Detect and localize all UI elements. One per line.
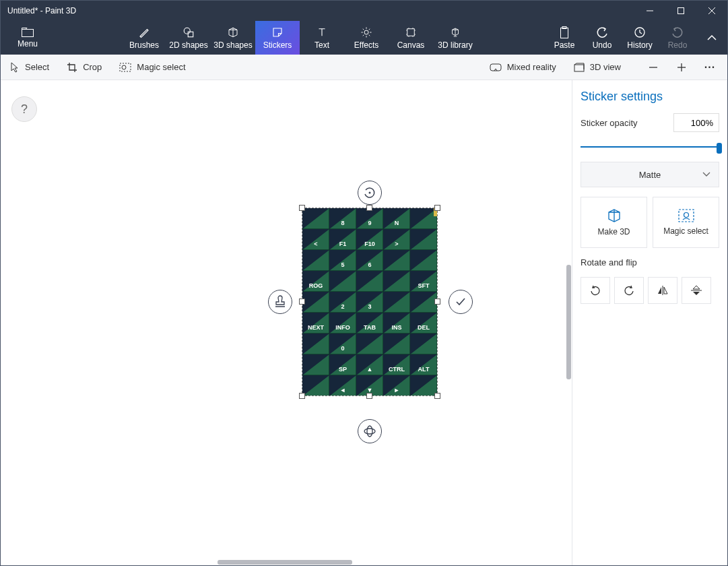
- flip-vertical-button[interactable]: [682, 277, 711, 304]
- crop-icon: [67, 62, 77, 73]
- 3d-view-button[interactable]: 3D view: [574, 62, 621, 72]
- shapes3d-icon: [227, 26, 239, 38]
- side-panel-title: Sticker settings: [581, 90, 719, 104]
- collapse-ribbon-button[interactable]: [696, 21, 727, 55]
- help-icon: ?: [21, 102, 28, 117]
- magic-select-label: Magic select: [137, 62, 185, 72]
- commit-button[interactable]: [449, 290, 473, 314]
- scrollbar-horizontal[interactable]: [1, 559, 572, 565]
- svg-rect-22: [490, 64, 501, 71]
- check-icon: [455, 296, 467, 308]
- tab-effects[interactable]: Effects: [344, 21, 389, 55]
- select-label: Select: [25, 62, 49, 72]
- flip-horizontal-button[interactable]: [648, 277, 677, 304]
- canvas-area[interactable]: ? 89N<F1F10>56ROGSFT23NEXTINFOTABINSDEL0…: [1, 80, 572, 565]
- scrollbar-thumb[interactable]: [218, 560, 352, 565]
- help-button[interactable]: ?: [11, 96, 37, 122]
- svg-rect-6: [188, 32, 193, 37]
- tab-text[interactable]: Text: [300, 21, 344, 55]
- close-button[interactable]: [696, 1, 727, 21]
- zoom-in-button[interactable]: [673, 59, 690, 75]
- magic-select-tool[interactable]: Magic select: [119, 62, 185, 72]
- resize-handle-bl[interactable]: [299, 393, 305, 399]
- paste-button[interactable]: Paste: [545, 21, 583, 55]
- rotate-cw-icon: [623, 284, 635, 296]
- undo-button[interactable]: Undo: [583, 21, 621, 55]
- select-tool[interactable]: Select: [10, 62, 49, 73]
- chevron-up-icon: [707, 34, 717, 41]
- resize-handle-tl[interactable]: [299, 205, 305, 211]
- mixed-reality-label: Mixed reality: [507, 62, 556, 72]
- magic-select-label: Magic select: [663, 226, 708, 236]
- resize-handle-tr[interactable]: [434, 205, 440, 211]
- sub-ribbon: Select Crop Magic select Mixed reality 3…: [1, 55, 727, 80]
- material-dropdown[interactable]: Matte: [581, 162, 719, 187]
- tab-2d-shapes[interactable]: 2D shapes: [166, 21, 211, 55]
- tab-label: 3D shapes: [213, 40, 252, 50]
- opacity-input[interactable]: [673, 113, 719, 132]
- undo-icon: [596, 26, 608, 38]
- rotate-3d-button[interactable]: [358, 419, 382, 443]
- scrollbar-thumb[interactable]: [566, 265, 571, 379]
- maximize-button[interactable]: [665, 1, 696, 21]
- brush-icon: [138, 26, 150, 38]
- tab-stickers[interactable]: Stickers: [255, 21, 300, 55]
- zoom-out-button[interactable]: [645, 59, 661, 75]
- tab-label: Undo: [593, 40, 612, 50]
- library-icon: [449, 26, 461, 38]
- opacity-label: Sticker opacity: [581, 118, 638, 128]
- tab-label: 2D shapes: [169, 40, 207, 50]
- shapes2d-icon: [183, 26, 195, 38]
- rotate-z-button[interactable]: [358, 181, 382, 205]
- tab-label: Stickers: [263, 40, 292, 50]
- resize-handle-b[interactable]: [366, 393, 372, 399]
- stamp-button[interactable]: [268, 290, 292, 314]
- svg-point-7: [364, 30, 368, 34]
- tab-brushes[interactable]: Brushes: [122, 21, 166, 55]
- minimize-button[interactable]: [634, 1, 665, 21]
- plus-icon: [677, 63, 686, 72]
- resize-handle-l[interactable]: [299, 298, 305, 305]
- svg-point-103: [367, 426, 372, 437]
- resize-handle-t[interactable]: [366, 205, 372, 211]
- selection-box[interactable]: [302, 208, 438, 396]
- menu-button[interactable]: Menu: [1, 21, 55, 55]
- opacity-slider[interactable]: [581, 142, 719, 152]
- make-3d-button[interactable]: Make 3D: [581, 197, 647, 248]
- magic-select-icon: [678, 209, 694, 222]
- stamp-icon: [273, 295, 287, 309]
- text-icon: [316, 26, 328, 38]
- mixed-reality-button[interactable]: Mixed reality: [490, 62, 556, 72]
- scrollbar-vertical[interactable]: [565, 80, 572, 565]
- tab-canvas[interactable]: Canvas: [389, 21, 433, 55]
- view3d-label: 3D view: [590, 62, 621, 72]
- slider-thumb[interactable]: [717, 143, 722, 154]
- slider-track: [581, 146, 719, 148]
- side-panel: Sticker settings Sticker opacity Matte M…: [572, 80, 727, 565]
- sticker-selection[interactable]: 89N<F1F10>56ROGSFT23NEXTINFOTABINSDEL0SP…: [268, 181, 473, 443]
- more-button[interactable]: ···: [702, 59, 718, 75]
- svg-rect-1: [678, 8, 684, 14]
- flip-v-icon: [690, 285, 702, 296]
- rotate-cw-button[interactable]: [614, 277, 644, 304]
- tab-3d-library[interactable]: 3D library: [433, 21, 477, 55]
- magic-select-icon: [119, 63, 131, 72]
- minus-icon: [649, 63, 658, 72]
- folder-icon: [22, 28, 34, 37]
- history-button[interactable]: History: [621, 21, 659, 55]
- magic-select-button[interactable]: Magic select: [653, 197, 719, 248]
- tab-label: History: [627, 40, 652, 50]
- crop-tool[interactable]: Crop: [67, 62, 102, 73]
- rotate-flip-label: Rotate and flip: [581, 257, 719, 268]
- rotate-ccw-button[interactable]: [581, 277, 610, 304]
- resize-handle-br[interactable]: [434, 393, 440, 399]
- rotate-ccw-icon: [589, 284, 601, 296]
- svg-rect-17: [561, 28, 568, 38]
- svg-point-5: [184, 28, 190, 34]
- tab-label: Text: [315, 40, 329, 50]
- resize-handle-r[interactable]: [434, 298, 440, 305]
- tab-label: Effects: [354, 40, 378, 50]
- tab-3d-shapes[interactable]: 3D shapes: [211, 21, 255, 55]
- svg-point-105: [684, 213, 688, 218]
- redo-button: Redo: [659, 21, 696, 55]
